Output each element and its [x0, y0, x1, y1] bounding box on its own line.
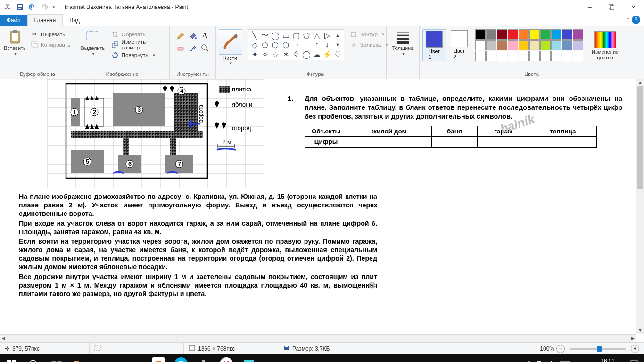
- explorer-icon[interactable]: [68, 354, 91, 362]
- swatch[interactable]: [497, 40, 507, 50]
- swatch-empty[interactable]: [529, 51, 540, 61]
- zoom-slider[interactable]: [570, 348, 626, 350]
- scroll-down-icon[interactable]: ▼: [636, 327, 644, 334]
- collapse-ribbon-icon[interactable]: ⌃: [626, 17, 630, 22]
- swatch-empty[interactable]: [519, 51, 529, 61]
- notifications-icon[interactable]: [630, 360, 638, 362]
- swatch-empty[interactable]: [562, 51, 572, 61]
- picker-tool[interactable]: [187, 42, 198, 54]
- swatch[interactable]: [529, 29, 540, 40]
- swatch-empty[interactable]: [573, 51, 583, 61]
- select-rect-icon: [85, 29, 100, 44]
- svg-rect-38: [123, 138, 129, 155]
- cut-button[interactable]: ✂Вырезать: [29, 29, 72, 40]
- start-button[interactable]: [0, 354, 23, 362]
- zoom-tool[interactable]: [199, 42, 211, 54]
- edit-colors-button[interactable]: Изменение цветов: [589, 29, 621, 62]
- tab-file[interactable]: Файл: [0, 15, 27, 26]
- swatch[interactable]: [551, 29, 561, 40]
- crop-icon: [111, 31, 119, 38]
- sound-icon[interactable]: [548, 360, 555, 362]
- redo-icon[interactable]: [39, 1, 50, 13]
- titlebar: ▼ | krasmat Вахонина Татьяна Анатольевна…: [0, 0, 644, 14]
- swatch[interactable]: [540, 29, 551, 40]
- canvas-area[interactable]: 1 2 3 4 5 6 7 плитка яблони ворота огоро…: [0, 79, 644, 342]
- swatch[interactable]: [486, 40, 496, 50]
- size-button[interactable]: Толщина▼: [389, 27, 416, 58]
- swatch[interactable]: [497, 29, 507, 40]
- swatch[interactable]: [519, 40, 529, 50]
- swatch[interactable]: [562, 40, 572, 50]
- minimize-button[interactable]: ─: [579, 0, 601, 14]
- monitor-icon[interactable]: [238, 354, 260, 362]
- zoom-in-button[interactable]: +: [631, 345, 639, 353]
- swatch[interactable]: [475, 29, 486, 40]
- skype-icon[interactable]: S: [170, 354, 192, 362]
- scroll-up-icon[interactable]: ▲: [636, 79, 644, 86]
- swatch-empty[interactable]: [475, 51, 486, 61]
- color-palette[interactable]: [475, 29, 583, 61]
- shape-outline-button[interactable]: Контур▼: [348, 29, 390, 40]
- paint-taskbar-icon[interactable]: [192, 354, 215, 362]
- swatch[interactable]: [573, 40, 583, 50]
- clock[interactable]: 16:0103.04.2020: [590, 358, 625, 362]
- svg-rect-14: [87, 32, 99, 41]
- tab-home[interactable]: Главная: [27, 14, 63, 26]
- swatch[interactable]: [562, 29, 572, 40]
- swatch-empty[interactable]: [540, 51, 551, 61]
- select-button[interactable]: Выделить▼: [78, 27, 107, 58]
- ribbon-tabs: Файл Главная Вид ⌃ ?: [0, 14, 644, 26]
- text-tool[interactable]: A: [199, 30, 211, 41]
- swatch[interactable]: [529, 40, 540, 50]
- taskview-icon[interactable]: [45, 354, 68, 362]
- wifi-icon[interactable]: [535, 360, 543, 362]
- undo-icon[interactable]: [26, 1, 38, 13]
- crop-button[interactable]: Обрезать: [109, 29, 166, 40]
- swatch[interactable]: [540, 40, 551, 50]
- scroll-right-icon[interactable]: ▶: [629, 335, 636, 342]
- save-icon[interactable]: [14, 1, 25, 13]
- clipboard-icon: [8, 29, 23, 44]
- svg-point-19: [202, 45, 206, 49]
- swatch[interactable]: [508, 29, 518, 40]
- pencil-tool[interactable]: [175, 30, 186, 41]
- resize-button[interactable]: Изменить размер: [109, 40, 166, 50]
- status-bar: ✛379, 57пкс 1366 × 768пкс Размер: 3,7КБ …: [0, 342, 644, 354]
- help-icon[interactable]: ?: [632, 16, 640, 24]
- color1-button[interactable]: Цвет 1: [422, 29, 446, 61]
- swatch[interactable]: [486, 29, 496, 40]
- tab-view[interactable]: Вид: [63, 15, 86, 26]
- brushes-button[interactable]: Кисти▼: [219, 29, 242, 66]
- swatch-empty[interactable]: [551, 51, 561, 61]
- close-button[interactable]: ✕: [622, 0, 644, 14]
- fill-tool[interactable]: [187, 30, 198, 41]
- keyboard-icon[interactable]: [560, 360, 570, 362]
- paste-button[interactable]: Вставить▼: [3, 27, 27, 58]
- maximize-button[interactable]: [601, 0, 622, 14]
- swatch[interactable]: [508, 40, 518, 50]
- horizontal-scrollbar[interactable]: ◀ ▶: [0, 334, 636, 342]
- swatch-empty[interactable]: [508, 51, 518, 61]
- copy-button[interactable]: Копировать: [29, 40, 72, 50]
- dimensions-icon: [189, 345, 195, 353]
- shape-gallery[interactable]: ╲〜◯▭▢⬠△▷▲ ◇⬠⬡⬡→←↑↓▼ ✦✧☆✶◊◯☁⚡♡: [248, 29, 344, 60]
- swatch[interactable]: [475, 40, 486, 50]
- swatch[interactable]: [551, 40, 561, 50]
- search-icon[interactable]: [23, 354, 45, 362]
- scroll-left-icon[interactable]: ◀: [0, 335, 7, 342]
- svg-point-0: [5, 8, 7, 9]
- swatch[interactable]: [573, 29, 583, 40]
- color2-button[interactable]: Цвет 2: [448, 29, 471, 60]
- zoom-out-button[interactable]: −: [556, 345, 565, 353]
- swatch-empty[interactable]: [486, 51, 496, 61]
- scroll-thumb[interactable]: [637, 86, 643, 189]
- qat-dropdown-icon[interactable]: ▼: [52, 5, 56, 9]
- eraser-tool[interactable]: [175, 42, 186, 54]
- rotate-button[interactable]: Повернуть▼: [109, 50, 166, 60]
- yandex-icon[interactable]: Я: [147, 354, 170, 362]
- swatch[interactable]: [519, 29, 529, 40]
- shape-fill-button[interactable]: Заливка▼: [348, 40, 390, 50]
- swatch-empty[interactable]: [497, 51, 507, 61]
- browser-icon[interactable]: Y: [215, 354, 238, 362]
- vertical-scrollbar[interactable]: ▲ ▼: [636, 79, 644, 334]
